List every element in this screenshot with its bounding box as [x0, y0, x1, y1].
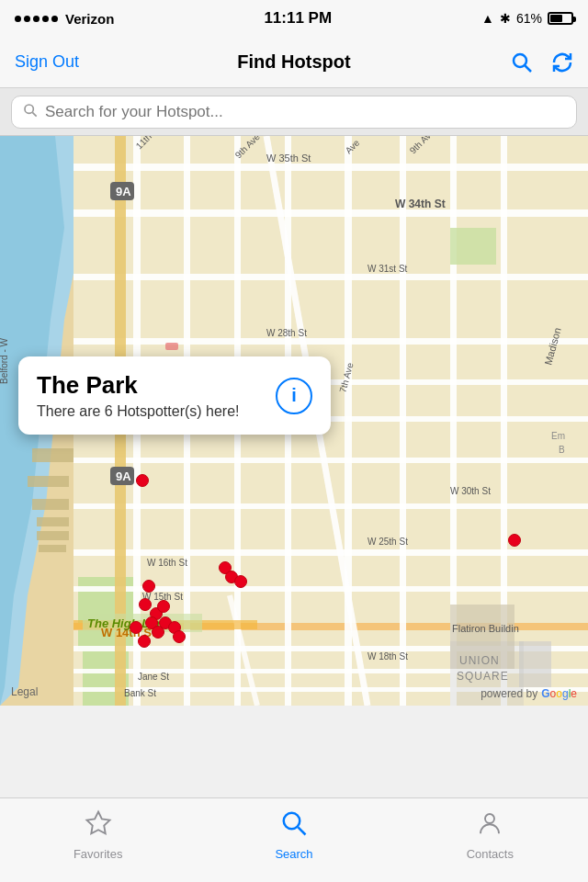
search-icon-button[interactable] [511, 51, 533, 74]
google-logo: Google [541, 687, 577, 700]
svg-rect-28 [400, 136, 406, 706]
svg-line-1 [526, 65, 532, 72]
map-popup: The Park There are 6 Hotspotter(s) here!… [18, 356, 331, 435]
refresh-icon-button[interactable] [551, 51, 573, 74]
tab-contacts-label: Contacts [467, 847, 514, 861]
svg-text:W 31st St: W 31st St [368, 264, 408, 274]
map-pin [130, 621, 142, 634]
map-pin [173, 630, 186, 643]
svg-text:W 16th St: W 16th St [147, 558, 187, 568]
popup-content: The Park There are 6 Hotspotter(s) here! [37, 371, 265, 420]
map-pin [138, 635, 151, 648]
map-area: W 35th St W 34th St W 31st St W 28th St … [0, 136, 588, 706]
svg-rect-74 [37, 531, 69, 540]
search-icon [511, 51, 533, 74]
svg-text:Jane St: Jane St [138, 672, 169, 682]
popup-subtitle: There are 6 Hotspotter(s) here! [37, 403, 265, 420]
svg-point-0 [514, 54, 526, 67]
refresh-icon [551, 51, 573, 74]
svg-text:W 25th St: W 25th St [368, 537, 408, 547]
svg-point-2 [25, 105, 33, 113]
svg-line-79 [298, 827, 305, 834]
svg-text:W 18th St: W 18th St [368, 651, 408, 662]
svg-text:SQUARE: SQUARE [457, 670, 509, 683]
svg-rect-72 [32, 499, 69, 510]
tab-favorites[interactable]: Favorites [0, 806, 196, 861]
status-right: ▲ ✱ 61% [481, 11, 573, 26]
search-bar-container [0, 88, 588, 136]
contacts-icon [476, 809, 503, 843]
svg-rect-8 [74, 164, 588, 171]
popup-info-button[interactable]: i [276, 378, 312, 414]
search-input[interactable] [45, 103, 565, 121]
map-pin [234, 575, 247, 588]
nav-icons [511, 51, 573, 74]
svg-text:W 34th St: W 34th St [395, 198, 446, 210]
tab-bar: Favorites Search Contacts [0, 797, 588, 882]
svg-rect-70 [32, 448, 74, 462]
carrier-label: Verizon [65, 11, 114, 27]
svg-rect-35 [519, 641, 551, 687]
svg-text:UNION: UNION [459, 654, 500, 667]
search-bar[interactable] [11, 96, 577, 129]
svg-text:Flatiron Buildin: Flatiron Buildin [452, 623, 519, 634]
svg-marker-77 [86, 812, 109, 834]
tab-search-label: Search [275, 847, 312, 861]
status-left: Verizon [15, 11, 114, 27]
svg-rect-76 [165, 343, 178, 350]
svg-point-80 [485, 814, 494, 823]
svg-point-78 [284, 813, 300, 830]
map-pin [508, 534, 521, 547]
svg-text:9A: 9A [116, 469, 131, 483]
popup-title: The Park [37, 371, 265, 400]
search-tab-icon [280, 809, 308, 843]
battery-icon [548, 12, 573, 25]
search-bar-icon [23, 103, 38, 121]
signal-dots [15, 16, 58, 22]
svg-text:Em: Em [551, 431, 565, 441]
svg-text:W 30th St: W 30th St [450, 486, 491, 496]
svg-line-3 [32, 112, 36, 116]
bluetooth-icon: ✱ [500, 11, 511, 26]
svg-rect-34 [450, 228, 496, 265]
battery-percent: 61% [516, 11, 542, 26]
svg-text:B: B [559, 445, 565, 455]
status-bar: Verizon 11:11 PM ▲ ✱ 61% [0, 0, 588, 37]
map-legal: Legal [11, 685, 38, 698]
svg-text:W 35th St: W 35th St [266, 153, 311, 164]
tab-contacts[interactable]: Contacts [392, 806, 588, 861]
svg-rect-75 [39, 545, 66, 552]
nav-bar: Sign Out Find Hotspot [0, 37, 588, 88]
svg-text:W 28th St: W 28th St [266, 328, 307, 338]
svg-rect-16 [74, 549, 588, 556]
map-pin [139, 598, 152, 611]
sign-out-button[interactable]: Sign Out [15, 52, 79, 72]
map-pin [157, 600, 170, 613]
favorites-icon [85, 809, 112, 843]
map-pin [142, 580, 155, 593]
location-icon: ▲ [481, 11, 494, 26]
battery-fill [550, 15, 562, 22]
page-title: Find Hotspot [237, 51, 350, 73]
info-icon: i [291, 385, 297, 406]
powered-by-text: powered by [481, 687, 537, 700]
status-time: 11:11 PM [264, 9, 332, 28]
svg-rect-71 [28, 476, 69, 487]
svg-text:Belford - W: Belford - W [0, 337, 9, 384]
svg-rect-9 [74, 209, 588, 217]
tab-search[interactable]: Search [196, 806, 391, 861]
svg-rect-10 [74, 274, 588, 280]
svg-text:Bank St: Bank St [124, 688, 156, 698]
svg-rect-73 [37, 517, 69, 526]
map-powered-by: powered by Google [481, 687, 577, 700]
tab-favorites-label: Favorites [74, 847, 122, 861]
svg-rect-11 [74, 338, 588, 345]
map-pin [136, 474, 149, 487]
svg-text:9A: 9A [116, 185, 131, 198]
svg-rect-14 [74, 458, 588, 463]
